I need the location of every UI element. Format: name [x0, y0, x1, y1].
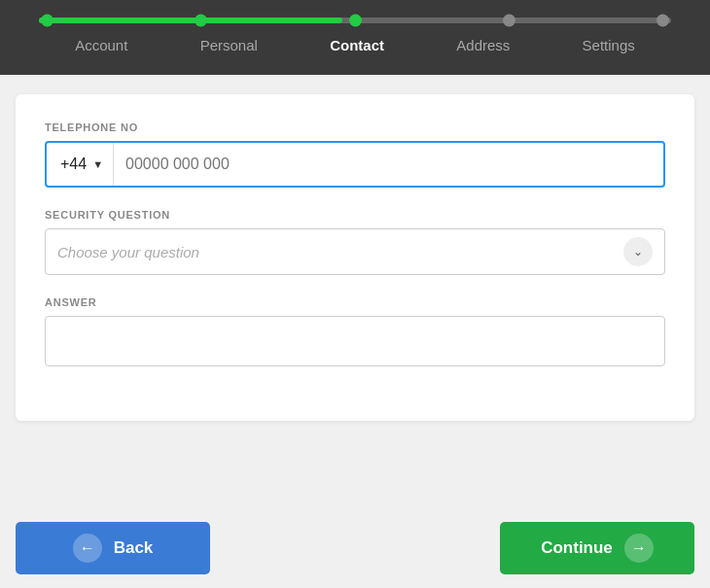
telephone-label: TELEPHONE NO [45, 121, 665, 133]
security-question-field-group: SECURITY QUESTION Choose your question ⌄ [45, 209, 665, 275]
answer-field-group: ANSWER [45, 296, 665, 370]
telephone-field-group: TELEPHONE NO +44 ▼ [45, 121, 665, 188]
security-question-placeholder: Choose your question [57, 244, 623, 260]
step-address[interactable]: Address [456, 37, 510, 53]
progress-dot-3 [349, 15, 362, 27]
back-button-label: Back [114, 538, 154, 558]
telephone-row[interactable]: +44 ▼ [45, 141, 665, 188]
steps-nav: Account Personal Contact Address Setting… [39, 37, 671, 53]
form-card: TELEPHONE NO +44 ▼ SECURITY QUESTION Cho… [16, 94, 694, 421]
back-arrow-icon: ← [73, 534, 102, 563]
footer: ← Back Continue → [0, 508, 710, 588]
step-settings[interactable]: Settings [583, 37, 635, 53]
continue-button-label: Continue [541, 538, 613, 558]
country-code-value: +44 [60, 156, 87, 173]
answer-label: ANSWER [45, 296, 665, 308]
step-personal[interactable]: Personal [200, 37, 258, 53]
phone-number-input[interactable] [114, 156, 663, 173]
step-account[interactable]: Account [75, 37, 127, 53]
progress-dot-4 [503, 15, 515, 27]
main-content: TELEPHONE NO +44 ▼ SECURITY QUESTION Cho… [0, 75, 710, 508]
progress-dot-5 [657, 15, 669, 27]
continue-arrow-icon: → [624, 534, 654, 563]
security-question-label: SECURITY QUESTION [45, 209, 665, 221]
progress-dot-1 [41, 15, 53, 27]
progress-bar-container [39, 17, 671, 23]
security-question-dropdown[interactable]: Choose your question ⌄ [45, 228, 665, 275]
back-button[interactable]: ← Back [16, 522, 210, 574]
answer-input[interactable] [45, 316, 665, 366]
continue-button[interactable]: Continue → [500, 522, 694, 574]
progress-dots-row [39, 15, 671, 27]
dropdown-chevron-button[interactable]: ⌄ [623, 237, 653, 266]
step-contact[interactable]: Contact [330, 37, 384, 53]
header: Account Personal Contact Address Setting… [0, 0, 710, 75]
country-code-selector[interactable]: +44 ▼ [47, 143, 114, 186]
progress-dot-2 [195, 15, 207, 27]
country-code-arrow: ▼ [92, 158, 103, 170]
